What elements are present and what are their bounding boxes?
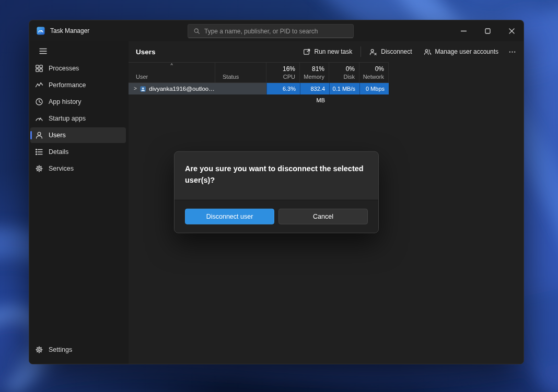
column-label: User [136, 74, 148, 80]
close-button[interactable] [499, 20, 524, 41]
dialog-message: Are you sure you want to disconnect the … [185, 163, 368, 186]
search-input[interactable] [204, 28, 348, 35]
run-new-task-button[interactable]: Run new task [298, 44, 358, 60]
users-icon [35, 131, 43, 139]
table-header: ^ User Status 16% CPU 81% Memory [129, 62, 389, 83]
startup-apps-icon [35, 114, 43, 123]
column-header-status[interactable]: Status [215, 63, 266, 82]
column-header-cpu[interactable]: 16% CPU [266, 63, 300, 82]
disconnect-confirmation-dialog: Are you sure you want to disconnect the … [174, 151, 379, 233]
search-icon [193, 28, 200, 34]
dialog-footer: Disconnect user Cancel [175, 199, 378, 232]
sidebar-item-label: Processes [49, 65, 79, 72]
sidebar-item-label: App history [49, 98, 82, 105]
network-total-percent: 0% [375, 65, 384, 73]
column-label: Status [223, 74, 239, 80]
sidebar-settings: Settings [29, 342, 129, 359]
disconnect-label: Disconnect [381, 48, 412, 55]
task-manager-app-icon [37, 27, 45, 35]
sidebar-item-label: Startup apps [49, 115, 86, 122]
sidebar-item-details[interactable]: Details [30, 144, 126, 160]
user-avatar [140, 86, 146, 92]
hamburger-icon [39, 48, 47, 54]
sidebar-item-startup-apps[interactable]: Startup apps [30, 111, 126, 126]
sidebar: Processes Performance App history [29, 41, 129, 364]
disk-total-percent: 0% [346, 65, 355, 73]
manage-user-accounts-icon [424, 48, 432, 56]
window-title: Task Manager [50, 27, 89, 34]
command-bar: Users Run new task Disc [129, 41, 524, 62]
column-header-network[interactable]: 0% Network [359, 63, 389, 82]
navigation-menu-button[interactable] [34, 43, 51, 59]
sidebar-item-app-history[interactable]: App history [30, 94, 126, 110]
disconnect-button[interactable]: Disconnect [364, 44, 417, 60]
sidebar-nav: Processes Performance App history [29, 61, 129, 177]
desktop-wallpaper: Task Manager [0, 0, 558, 392]
cpu-value-cell: 6.3% [266, 83, 300, 94]
sidebar-item-performance[interactable]: Performance [30, 77, 126, 93]
user-row[interactable]: > divyanka1916@outlook.co... 6.3% 832.4 … [129, 83, 389, 94]
manage-user-accounts-button[interactable]: Manage user accounts [419, 44, 504, 60]
run-new-task-icon [303, 48, 311, 56]
expand-chevron-icon[interactable]: > [134, 86, 137, 91]
titlebar: Task Manager [29, 20, 524, 41]
more-options-icon [508, 48, 516, 56]
sidebar-item-label: Users [49, 132, 66, 139]
sidebar-item-label: Settings [49, 346, 72, 353]
more-options-button[interactable] [505, 44, 519, 60]
performance-icon [35, 81, 43, 89]
details-icon [35, 148, 43, 156]
column-header-memory[interactable]: 81% Memory [300, 63, 329, 82]
column-label: Memory [304, 74, 324, 80]
sidebar-item-label: Performance [49, 81, 86, 89]
maximize-button[interactable] [475, 20, 499, 41]
status-cell [215, 83, 266, 94]
memory-value-cell: 832.4 MB [300, 83, 329, 94]
dialog-body: Are you sure you want to disconnect the … [175, 152, 378, 200]
column-label: CPU [283, 74, 295, 80]
sidebar-item-services[interactable]: Services [30, 161, 126, 176]
memory-total-percent: 81% [312, 65, 324, 73]
services-icon [35, 164, 43, 173]
disconnect-user-icon [369, 48, 377, 56]
search-box[interactable] [188, 24, 354, 38]
sidebar-item-processes[interactable]: Processes [30, 61, 126, 76]
processes-icon [35, 64, 43, 73]
command-bar-actions: Run new task Disconnect [298, 44, 519, 60]
disk-value-cell: 0.1 MB/s [329, 83, 359, 94]
cpu-total-percent: 16% [283, 65, 295, 73]
column-label: Disk [344, 74, 355, 80]
users-table: ^ User Status 16% CPU 81% Memory [129, 62, 389, 94]
network-value-cell: 0 Mbps [359, 83, 389, 94]
manage-user-accounts-label: Manage user accounts [435, 48, 498, 55]
minimize-button[interactable] [451, 20, 475, 41]
disconnect-user-button[interactable]: Disconnect user [185, 208, 274, 224]
cancel-button[interactable]: Cancel [278, 208, 368, 224]
sidebar-item-users[interactable]: Users [30, 127, 126, 143]
column-header-user[interactable]: ^ User [129, 63, 215, 82]
gear-icon [35, 346, 43, 354]
user-cell: > divyanka1916@outlook.co... [129, 83, 215, 94]
task-manager-window: Task Manager [29, 20, 524, 364]
toolbar-separator [361, 46, 361, 57]
sidebar-item-settings[interactable]: Settings [30, 342, 126, 358]
sort-ascending-indicator: ^ [170, 63, 172, 68]
column-header-disk[interactable]: 0% Disk [329, 63, 359, 82]
sidebar-item-label: Services [49, 165, 74, 172]
column-label: Network [363, 74, 384, 80]
app-history-icon [35, 98, 43, 106]
window-controls [451, 20, 524, 41]
page-title: Users [136, 48, 156, 56]
user-name: divyanka1916@outlook.co... [149, 86, 215, 92]
run-new-task-label: Run new task [315, 48, 353, 55]
sidebar-item-label: Details [49, 148, 68, 156]
